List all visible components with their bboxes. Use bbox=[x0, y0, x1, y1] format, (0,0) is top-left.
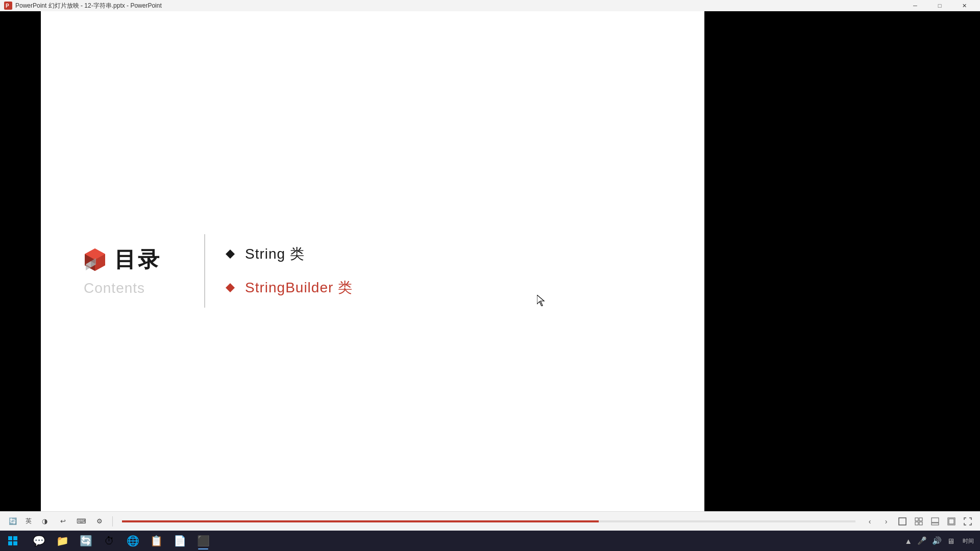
logo-title-row: 目录 bbox=[82, 245, 161, 274]
todo-icon: 📋 bbox=[150, 535, 163, 547]
svg-rect-19 bbox=[949, 519, 954, 524]
slide-content: 目录 Contents String 类 StringBu bbox=[41, 11, 704, 531]
view-grid-btn[interactable] bbox=[912, 514, 926, 529]
close-button[interactable]: ✕ bbox=[952, 0, 976, 11]
progress-bar-fill bbox=[122, 520, 599, 522]
title-bar-left: P PowerPoint 幻灯片放映 - 12-字符串.pptx - Power… bbox=[4, 2, 162, 10]
taskbar-items: 💬 📁 🔄 ⏱ 🌐 📋 📄 ⬛ bbox=[26, 531, 894, 550]
right-panel bbox=[704, 11, 980, 531]
taskbar-right: ▲ 🎤 🔊 🖥 时间 bbox=[894, 536, 980, 545]
svg-rect-16 bbox=[932, 518, 939, 522]
svg-rect-17 bbox=[932, 523, 939, 525]
svg-rect-11 bbox=[899, 518, 906, 525]
svg-rect-23 bbox=[13, 541, 17, 545]
restore-button[interactable]: □ bbox=[928, 0, 951, 11]
next-icon: › bbox=[885, 517, 888, 525]
settings-btn[interactable]: ⚙ bbox=[92, 514, 107, 529]
taskbar-item-clipboard[interactable]: 📄 bbox=[168, 531, 191, 550]
clipboard-icon: 📄 bbox=[174, 535, 186, 547]
tray-arrow-icon[interactable]: ▲ bbox=[904, 537, 912, 545]
view-normal-icon bbox=[898, 517, 906, 525]
view-notes-icon bbox=[931, 517, 939, 525]
content-text-1: String 类 bbox=[245, 244, 305, 264]
tray-display-icon[interactable]: 🖥 bbox=[947, 537, 954, 545]
svg-rect-13 bbox=[919, 518, 922, 521]
slide-title-chinese: 目录 bbox=[114, 245, 161, 274]
status-right: ‹ › bbox=[857, 514, 980, 529]
svg-rect-21 bbox=[13, 536, 17, 540]
slide-divider bbox=[204, 234, 205, 308]
svg-rect-22 bbox=[8, 541, 12, 545]
input-mode-label: 英 bbox=[23, 517, 34, 525]
view-reading-btn[interactable] bbox=[944, 514, 959, 529]
input-cycle-btn[interactable]: 🔄 bbox=[5, 514, 20, 529]
content-item-1: String 类 bbox=[226, 244, 353, 264]
svg-rect-14 bbox=[915, 522, 918, 525]
taskbar-item-chat[interactable]: 💬 bbox=[28, 531, 50, 550]
svg-marker-10 bbox=[226, 283, 235, 292]
slide-title-english: Contents bbox=[82, 280, 145, 296]
tray-mic-icon[interactable]: 🎤 bbox=[917, 536, 927, 545]
content-text-2: StringBuilder 类 bbox=[245, 278, 353, 297]
svg-text:P: P bbox=[6, 3, 9, 9]
undo-btn[interactable]: ↩ bbox=[55, 514, 70, 529]
taskbar-item-files[interactable]: 📁 bbox=[51, 531, 74, 550]
browser-icon: 🌐 bbox=[127, 535, 139, 547]
view-notes-btn[interactable] bbox=[928, 514, 942, 529]
svg-rect-20 bbox=[8, 536, 12, 540]
input-cycle-icon: 🔄 bbox=[9, 517, 17, 525]
cube-logo-icon bbox=[82, 246, 108, 273]
taskbar-clock[interactable]: 时间 bbox=[963, 537, 974, 544]
view-reading-icon bbox=[947, 517, 955, 525]
powerpoint-app-icon: P bbox=[4, 2, 12, 10]
left-panel bbox=[0, 11, 41, 531]
settings-icon: ⚙ bbox=[96, 517, 103, 525]
view-normal-btn[interactable] bbox=[895, 514, 910, 529]
status-bar: 🔄 英 ◑ ↩ ⌨ ⚙ ‹ › bbox=[0, 511, 980, 531]
start-icon bbox=[8, 536, 18, 546]
keyboard-icon: ⌨ bbox=[77, 517, 86, 525]
taskbar-time-text: 时间 bbox=[963, 537, 974, 544]
title-bar-controls: ─ □ ✕ bbox=[903, 0, 976, 11]
slide-right-section: String 类 StringBuilder 类 bbox=[226, 234, 353, 308]
powerpoint-taskbar-icon: ⬛ bbox=[197, 535, 210, 547]
keyboard-btn[interactable]: ⌨ bbox=[74, 514, 89, 529]
taskbar-item-powerpoint[interactable]: ⬛ bbox=[192, 531, 214, 550]
title-bar: P PowerPoint 幻灯片放映 - 12-字符串.pptx - Power… bbox=[0, 0, 980, 11]
status-left: 🔄 英 ◑ ↩ ⌨ ⚙ bbox=[0, 514, 120, 529]
browser2-icon: 🔄 bbox=[80, 535, 92, 547]
taskbar-item-todo[interactable]: 📋 bbox=[145, 531, 167, 550]
content-item-2: StringBuilder 类 bbox=[226, 278, 353, 297]
taskbar-item-browser2[interactable]: 🔄 bbox=[75, 531, 97, 550]
taskbar-item-timer[interactable]: ⏱ bbox=[98, 531, 120, 550]
minimize-button[interactable]: ─ bbox=[903, 0, 927, 11]
svg-rect-15 bbox=[919, 522, 922, 525]
half-circle-icon: ◑ bbox=[42, 517, 47, 525]
slide-left-section: 目录 Contents bbox=[82, 234, 184, 308]
diamond-icon-1 bbox=[226, 249, 235, 259]
taskbar-item-browser[interactable]: 🌐 bbox=[121, 531, 144, 550]
fullscreen-btn[interactable] bbox=[961, 514, 975, 529]
sys-tray: ▲ 🎤 🔊 🖥 bbox=[900, 536, 959, 545]
start-button[interactable] bbox=[0, 531, 26, 551]
win-taskbar: 💬 📁 🔄 ⏱ 🌐 📋 📄 ⬛ ▲ 🎤 🔊 🖥 bbox=[0, 531, 980, 551]
svg-rect-12 bbox=[915, 518, 918, 521]
next-slide-btn[interactable]: › bbox=[879, 514, 893, 529]
files-icon: 📁 bbox=[56, 535, 69, 547]
diamond-icon-2 bbox=[226, 283, 235, 292]
progress-bar-container bbox=[122, 520, 855, 522]
timer-icon: ⏱ bbox=[104, 535, 114, 547]
prev-slide-btn[interactable]: ‹ bbox=[863, 514, 877, 529]
half-circle-btn[interactable]: ◑ bbox=[37, 514, 52, 529]
toolbar-separator bbox=[112, 516, 113, 527]
fullscreen-icon bbox=[964, 517, 972, 525]
svg-marker-9 bbox=[226, 249, 235, 259]
slide-container: 目录 Contents String 类 StringBu bbox=[41, 11, 704, 531]
tray-volume-icon[interactable]: 🔊 bbox=[932, 536, 942, 545]
view-grid-icon bbox=[915, 517, 923, 525]
chat-icon: 💬 bbox=[33, 535, 45, 547]
slide-inner: 目录 Contents String 类 StringBu bbox=[82, 234, 353, 308]
title-bar-text: PowerPoint 幻灯片放映 - 12-字符串.pptx - PowerPo… bbox=[15, 2, 162, 10]
undo-icon: ↩ bbox=[60, 517, 66, 525]
prev-icon: ‹ bbox=[869, 517, 871, 525]
